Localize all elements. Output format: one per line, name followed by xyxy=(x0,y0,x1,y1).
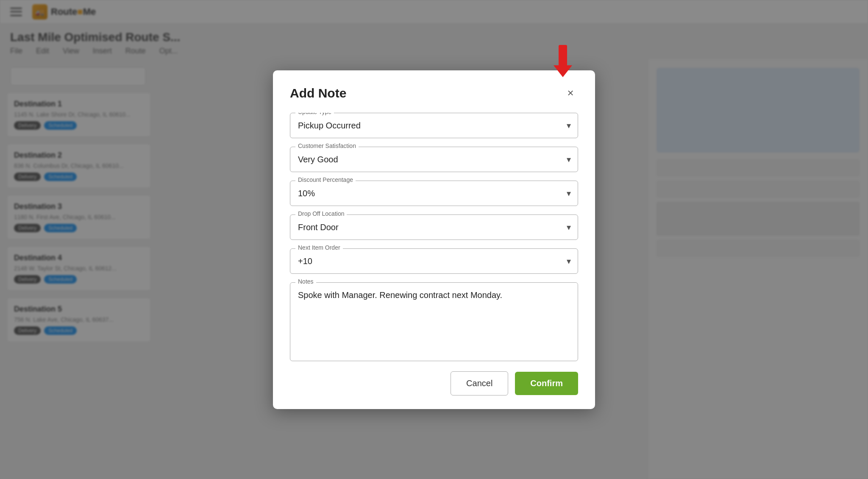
customer-satisfaction-field: Customer Satisfaction Very Good Good Neu… xyxy=(290,147,578,172)
discount-percentage-field: Discount Percentage 10% 0% 5% 15% 20% ▾ xyxy=(290,181,578,206)
add-note-modal: Add Note × Update Type Pickup Occurred D… xyxy=(273,70,595,409)
drop-off-location-label: Drop Off Location xyxy=(295,210,347,217)
drop-off-location-select[interactable]: Front Door Back Door Reception Mailbox xyxy=(290,215,578,240)
confirm-button[interactable]: Confirm xyxy=(515,372,578,395)
next-item-order-field: Next Item Order +10 +1 +5 +20 ▾ xyxy=(290,248,578,274)
notes-label: Notes xyxy=(295,278,316,285)
confirm-arrow-indicator xyxy=(554,45,572,77)
next-item-order-label: Next Item Order xyxy=(295,244,343,251)
update-type-field: Update Type Pickup Occurred Delivery Com… xyxy=(290,113,578,138)
notes-field: Notes Spoke with Manager. Renewing contr… xyxy=(290,282,578,361)
discount-percentage-label: Discount Percentage xyxy=(295,176,356,183)
cancel-button[interactable]: Cancel xyxy=(451,371,508,395)
notes-textarea[interactable]: Spoke with Manager. Renewing contract ne… xyxy=(290,283,578,359)
modal-header: Add Note × xyxy=(290,86,578,101)
modal-footer: Cancel Confirm xyxy=(290,371,578,395)
update-type-select[interactable]: Pickup Occurred Delivery Completed Attem… xyxy=(290,113,578,138)
customer-satisfaction-label: Customer Satisfaction xyxy=(295,142,359,149)
discount-percentage-select[interactable]: 10% 0% 5% 15% 20% xyxy=(290,181,578,206)
modal-overlay: Add Note × Update Type Pickup Occurred D… xyxy=(0,0,868,479)
drop-off-location-field: Drop Off Location Front Door Back Door R… xyxy=(290,214,578,240)
update-type-label: Update Type xyxy=(295,113,334,115)
modal-body: Update Type Pickup Occurred Delivery Com… xyxy=(290,113,578,361)
modal-title: Add Note xyxy=(290,86,346,100)
next-item-order-select[interactable]: +10 +1 +5 +20 xyxy=(290,249,578,273)
close-button[interactable]: × xyxy=(563,86,578,101)
customer-satisfaction-select[interactable]: Very Good Good Neutral Bad Very Bad xyxy=(290,147,578,172)
